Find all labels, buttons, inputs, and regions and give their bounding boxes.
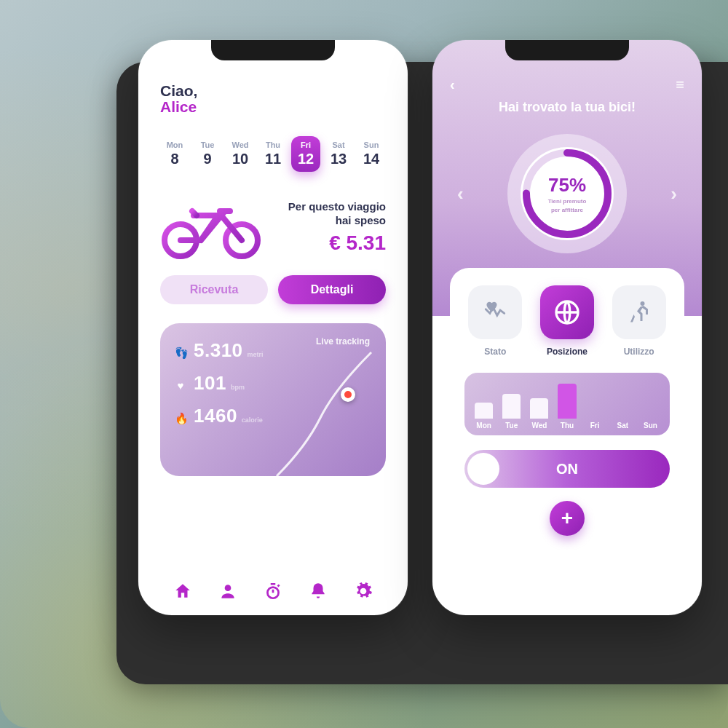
ring-hint-2: per affittare: [551, 207, 583, 213]
ring-hint-1: Tieni premuto: [548, 198, 587, 205]
bar-label: Sat: [617, 422, 628, 430]
steps-icon: 👣: [175, 347, 186, 360]
detail-card: StatoPosizioneUtilizzo MonTueWedThuFriSa…: [450, 268, 684, 601]
bar: [475, 403, 493, 419]
calorie-icon: 🔥: [175, 412, 186, 425]
prev-bike-icon[interactable]: ‹: [450, 175, 471, 213]
heart-unit: bpm: [231, 384, 245, 391]
usage-chart: MonTueWedThuFriSatSun: [464, 373, 670, 435]
bar: [502, 394, 521, 419]
page-title: Hai trovato la tua bici!: [450, 100, 684, 115]
tile-label: Utilizzo: [608, 347, 670, 357]
menu-icon[interactable]: ≡: [676, 76, 684, 93]
usage-bar-tue: Tue: [502, 394, 521, 430]
bar-label: Tue: [505, 422, 518, 430]
day-sun[interactable]: Sun14: [357, 136, 386, 172]
day-number: 14: [357, 151, 386, 167]
greeting-line: Ciao,: [160, 82, 386, 100]
calorie-value: 1460: [194, 405, 237, 427]
day-thu[interactable]: Thu11: [258, 136, 288, 172]
trip-price: € 5.31: [274, 230, 386, 256]
back-icon[interactable]: ‹: [450, 76, 455, 93]
utilizzo-icon: [612, 285, 666, 339]
day-number: 8: [160, 151, 189, 167]
usage-bar-thu: Thu: [558, 384, 576, 430]
day-name: Sun: [357, 141, 386, 149]
phone-home: Ciao, Alice Mon8Tue9Wed10Thu11Fri12Sat13…: [138, 40, 408, 615]
day-number: 13: [324, 151, 353, 167]
live-tracking-card[interactable]: Live tracking 👣5.310metri ♥101bpm 🔥1460c…: [160, 323, 386, 476]
trip-caption-1: Per questo viaggio: [274, 200, 386, 214]
svg-point-2: [225, 585, 232, 591]
steps-value: 5.310: [194, 339, 243, 362]
tab-home-icon[interactable]: [173, 582, 192, 601]
day-name: Sat: [324, 141, 353, 149]
next-bike-icon[interactable]: ›: [663, 175, 684, 213]
day-number: 11: [258, 151, 288, 167]
bottom-tab-bar: [160, 564, 386, 601]
tile-utilizzo[interactable]: Utilizzo: [608, 285, 670, 357]
usage-bar-sun: Sun: [641, 419, 660, 430]
ring-percent: 75%: [548, 174, 586, 197]
tile-stato[interactable]: Stato: [464, 285, 526, 357]
calorie-unit: calorie: [242, 416, 263, 424]
details-button[interactable]: Dettagli: [278, 275, 386, 304]
day-number: 12: [291, 151, 320, 167]
bar: [558, 384, 576, 419]
heart-value: 101: [194, 372, 226, 395]
day-picker: Mon8Tue9Wed10Thu11Fri12Sat13Sun14: [160, 136, 386, 172]
heart-icon: ♥: [175, 379, 186, 392]
usage-bar-mon: Mon: [475, 403, 493, 430]
tile-label: Posizione: [537, 347, 598, 357]
day-number: 9: [193, 151, 222, 167]
day-name: Tue: [193, 141, 222, 149]
tab-bell-icon[interactable]: [309, 582, 328, 601]
phone-bike-found: ‹ ≡ Hai trovato la tua bici! ‹ 75% Tieni…: [432, 40, 702, 615]
bar-label: Thu: [561, 422, 574, 430]
day-tue[interactable]: Tue9: [193, 136, 222, 172]
day-fri[interactable]: Fri12: [291, 136, 320, 172]
tab-profile-icon[interactable]: [218, 582, 237, 601]
metric-tiles: StatoPosizioneUtilizzo: [464, 285, 670, 357]
day-sat[interactable]: Sat13: [324, 136, 353, 172]
stato-icon: [468, 285, 522, 339]
trip-summary: Per questo viaggio hai speso € 5.31: [160, 195, 386, 261]
phone-notch: [505, 40, 629, 60]
bar-label: Wed: [531, 422, 547, 430]
tab-settings-icon[interactable]: [354, 582, 373, 601]
power-toggle[interactable]: ON: [464, 450, 670, 488]
bike-icon: [160, 195, 262, 261]
day-mon[interactable]: Mon8: [160, 136, 189, 172]
usage-bar-sat: Sat: [614, 419, 632, 430]
toggle-label: ON: [556, 461, 578, 478]
user-name: Alice: [160, 98, 386, 116]
tab-timer-icon[interactable]: [264, 582, 282, 601]
phone-notch: [211, 40, 335, 60]
receipt-button[interactable]: Ricevuta: [160, 275, 268, 304]
day-name: Thu: [258, 141, 288, 149]
add-button[interactable]: +: [550, 501, 585, 536]
day-wed[interactable]: Wed10: [226, 136, 255, 172]
svg-point-9: [640, 301, 644, 306]
toggle-knob: [467, 453, 499, 485]
steps-unit: metri: [248, 351, 264, 358]
hold-to-rent-ring[interactable]: 75% Tieni premuto per affittare: [502, 128, 633, 259]
trip-caption-2: hai speso: [274, 214, 386, 228]
bar-label: Fri: [590, 422, 600, 430]
day-name: Wed: [226, 141, 255, 149]
usage-bar-wed: Wed: [530, 398, 548, 430]
bar: [530, 398, 548, 419]
bar-label: Sun: [644, 422, 657, 430]
day-name: Fri: [291, 141, 320, 149]
usage-bar-fri: Fri: [586, 419, 604, 430]
route-path: [262, 345, 386, 476]
day-name: Mon: [160, 141, 189, 149]
tile-label: Stato: [464, 347, 526, 357]
posizione-icon: [540, 285, 594, 339]
bar-label: Mon: [476, 422, 491, 430]
day-number: 10: [226, 151, 255, 167]
route-marker: [341, 387, 355, 402]
tile-posizione[interactable]: Posizione: [537, 285, 598, 357]
